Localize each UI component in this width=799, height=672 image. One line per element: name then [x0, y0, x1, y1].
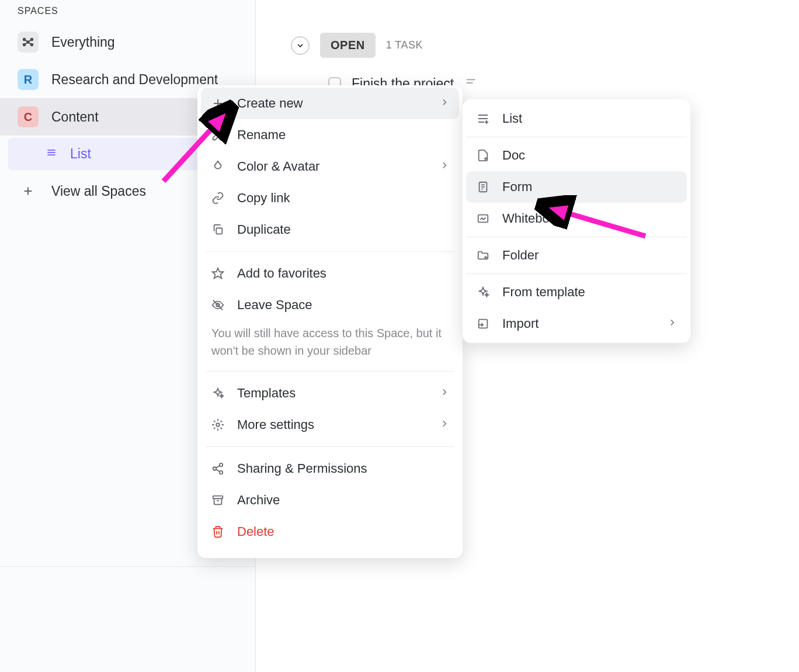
- menu-templates[interactable]: Templates: [201, 377, 459, 409]
- droplet-icon: [210, 159, 225, 174]
- chevron-right-icon: [439, 417, 450, 432]
- task-count: 1 TASK: [386, 39, 423, 51]
- chevron-right-icon: [439, 96, 450, 111]
- sidebar-item-label: View all Spaces: [51, 183, 146, 199]
- menu-sharing[interactable]: Sharing & Permissions: [201, 453, 459, 484]
- svg-line-27: [216, 469, 220, 472]
- space-r-icon: R: [18, 69, 39, 90]
- menu-leave-note: You will still have access to this Space…: [201, 321, 459, 365]
- space-c-icon: C: [18, 106, 39, 127]
- menu-leave-space[interactable]: Leave Space: [201, 289, 459, 321]
- sidebar-item-label: Content: [51, 109, 99, 125]
- link-icon: [210, 190, 225, 206]
- svg-rect-18: [216, 228, 222, 234]
- menu-item-label: Sharing & Permissions: [237, 461, 367, 476]
- submenu-whiteboard[interactable]: Whiteboard: [466, 203, 687, 234]
- sidebar-header: SPACES: [0, 6, 255, 23]
- menu-divider: [206, 371, 454, 372]
- menu-item-label: Archive: [237, 493, 280, 508]
- sidebar-item-label: Everything: [51, 34, 115, 50]
- task-menu-icon[interactable]: [464, 75, 477, 92]
- menu-item-label: More settings: [237, 417, 314, 432]
- import-icon: [475, 316, 491, 331]
- menu-item-label: List: [502, 111, 522, 126]
- menu-item-label: Rename: [237, 127, 286, 143]
- menu-item-label: Copy link: [237, 190, 290, 206]
- list-icon: [46, 146, 57, 162]
- menu-item-label: Leave Space: [237, 297, 312, 313]
- menu-archive[interactable]: Archive: [201, 484, 459, 516]
- menu-delete[interactable]: Delete: [201, 516, 459, 548]
- submenu-folder[interactable]: Folder: [466, 240, 687, 271]
- form-icon: [475, 179, 491, 195]
- collapse-button[interactable]: [291, 36, 310, 55]
- menu-item-label: Import: [502, 316, 539, 331]
- chevron-right-icon: [439, 386, 450, 401]
- copy-icon: [210, 222, 225, 237]
- menu-item-label: Doc: [502, 148, 525, 163]
- sparkle-icon: [475, 285, 491, 300]
- svg-rect-28: [213, 496, 223, 499]
- menu-more-settings[interactable]: More settings: [201, 409, 459, 441]
- menu-item-label: Templates: [237, 386, 296, 401]
- list-icon: [475, 111, 491, 126]
- everything-icon: [18, 32, 39, 53]
- plus-icon: [18, 181, 39, 202]
- svg-point-23: [220, 463, 223, 467]
- svg-point-22: [216, 423, 220, 427]
- plus-icon: [210, 96, 225, 111]
- whiteboard-icon: [475, 211, 491, 226]
- menu-item-label: Duplicate: [237, 222, 291, 237]
- menu-rename[interactable]: Rename: [201, 119, 459, 151]
- status-open-badge[interactable]: OPEN: [320, 33, 376, 58]
- chevron-right-icon: [439, 159, 450, 174]
- context-menu: Create new Rename Color & Avatar Copy li…: [197, 85, 463, 558]
- task-group-header: OPEN 1 TASK: [291, 33, 764, 58]
- submenu-form[interactable]: Form: [466, 171, 687, 203]
- sidebar-item-label: Research and Development: [51, 72, 218, 88]
- menu-item-label: Create new: [237, 96, 303, 111]
- folder-icon: [475, 248, 491, 263]
- submenu-divider: [466, 273, 687, 274]
- star-icon: [210, 266, 225, 281]
- sidebar-item-everything[interactable]: Everything: [0, 23, 255, 61]
- archive-icon: [210, 493, 225, 508]
- submenu-from-template[interactable]: From template: [466, 276, 687, 308]
- trash-icon: [210, 524, 225, 539]
- submenu-list[interactable]: List: [466, 103, 687, 134]
- svg-point-25: [220, 471, 223, 474]
- menu-divider: [206, 446, 454, 447]
- menu-item-label: Delete: [237, 524, 275, 539]
- eye-off-icon: [210, 297, 225, 313]
- menu-item-label: Folder: [502, 248, 539, 263]
- menu-divider: [206, 251, 454, 252]
- submenu-divider: [466, 137, 687, 137]
- svg-line-26: [216, 466, 220, 468]
- menu-color-avatar[interactable]: Color & Avatar: [201, 151, 459, 182]
- pencil-icon: [210, 127, 225, 143]
- menu-item-label: Color & Avatar: [237, 159, 319, 174]
- svg-point-24: [213, 467, 217, 470]
- svg-rect-46: [479, 320, 488, 328]
- svg-marker-19: [213, 268, 223, 278]
- submenu-import[interactable]: Import: [466, 308, 687, 340]
- doc-icon: [475, 148, 491, 163]
- menu-item-label: Add to favorites: [237, 266, 326, 281]
- menu-duplicate[interactable]: Duplicate: [201, 214, 459, 245]
- sidebar-divider: [0, 566, 255, 567]
- menu-item-label: From template: [502, 285, 585, 300]
- gear-icon: [210, 417, 225, 432]
- menu-copy-link[interactable]: Copy link: [201, 182, 459, 214]
- menu-favorites[interactable]: Add to favorites: [201, 258, 459, 289]
- share-icon: [210, 461, 225, 476]
- chevron-down-icon: [296, 41, 305, 50]
- submenu-doc[interactable]: Doc: [466, 140, 687, 171]
- submenu-divider: [466, 237, 687, 237]
- sidebar-item-label: List: [70, 146, 91, 162]
- create-new-submenu: List Doc Form Whiteboard Folder: [463, 99, 690, 343]
- sparkle-icon: [210, 386, 225, 401]
- chevron-right-icon: [667, 316, 678, 331]
- menu-create-new[interactable]: Create new: [201, 88, 459, 119]
- menu-item-label: Form: [502, 179, 532, 195]
- menu-item-label: Whiteboard: [502, 211, 568, 226]
